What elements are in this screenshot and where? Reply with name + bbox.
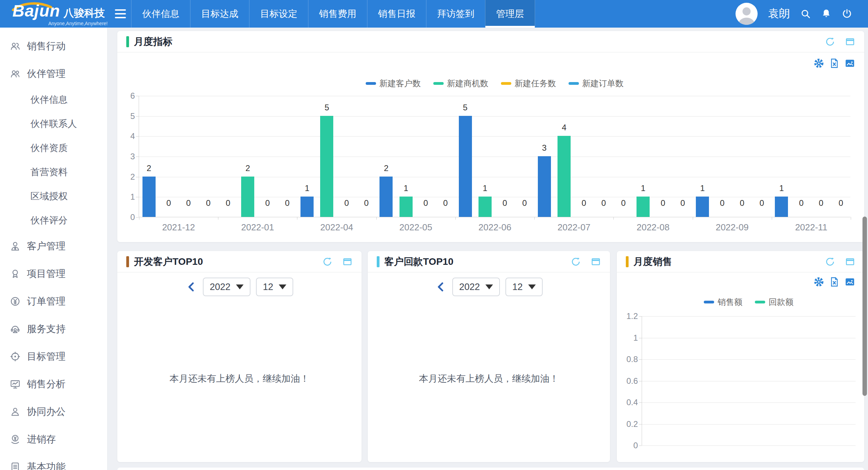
y-axis-tick (639, 338, 642, 338)
search-icon[interactable] (800, 9, 811, 19)
sidebar-item-label: 销售分析 (27, 378, 66, 391)
sidebar-item-label: 伙伴管理 (27, 67, 66, 80)
caret-down-icon (279, 284, 286, 289)
sidebar-subitem-伙伴评分[interactable]: 伙伴评分 (0, 208, 107, 232)
partner-management-icon (10, 68, 21, 79)
y-axis-label: 5 (115, 111, 135, 121)
x-axis-label: 2022-07 (558, 222, 590, 233)
nav-item-拜访签到[interactable]: 拜访签到 (426, 0, 485, 28)
refresh-icon[interactable] (825, 257, 835, 267)
refresh-icon[interactable] (322, 257, 333, 267)
nav-item-伙伴信息[interactable]: 伙伴信息 (131, 0, 190, 28)
y-axis-label: 2 (115, 172, 135, 182)
nav-item-销售日报[interactable]: 销售日报 (367, 0, 426, 28)
menu-toggle-icon[interactable] (110, 0, 131, 28)
sidebar-item-伙伴管理[interactable]: 伙伴管理 (0, 60, 107, 88)
user-avatar[interactable] (736, 3, 758, 25)
bar-value-label: 0 (435, 198, 456, 208)
page-scrollbar-thumb[interactable] (862, 217, 867, 396)
excel-export-icon[interactable] (829, 277, 840, 287)
legend-label: 新建商机数 (447, 78, 489, 89)
sidebar-subitem-伙伴资质[interactable]: 伙伴资质 (0, 136, 107, 160)
panel-icon[interactable] (342, 257, 353, 267)
sidebar-item-销售分析[interactable]: 销售分析 (0, 370, 107, 398)
sidebar-item-订单管理[interactable]: 订单管理 (0, 288, 107, 315)
nav-item-目标设定[interactable]: 目标设定 (249, 0, 308, 28)
sidebar-item-label: 协同办公 (27, 405, 66, 418)
nav-item-目标达成[interactable]: 目标达成 (190, 0, 249, 28)
sidebar-item-进销存[interactable]: 进销存 (0, 426, 107, 453)
bar-新建商机数-2022-05 (400, 197, 413, 217)
brand-tagline: Anyone,Anytime,Anywhere! (12, 21, 110, 26)
bell-icon[interactable] (821, 9, 831, 19)
bar-value-label: 0 (732, 198, 752, 208)
y-axis-tick (136, 177, 139, 177)
sidebar-item-销售行动[interactable]: 销售行动 (0, 32, 107, 60)
legend-item-新建任务数[interactable]: 新建任务数 (501, 78, 556, 89)
nav-item-管理层[interactable]: 管理层 (485, 0, 535, 28)
month-select[interactable]: 12 (256, 278, 293, 296)
y-axis-tick (639, 359, 642, 360)
month-select[interactable]: 12 (505, 278, 543, 296)
x-axis-label: 2021-12 (162, 222, 195, 233)
panel-icon[interactable] (845, 257, 855, 267)
gridline (642, 446, 856, 446)
sidebar-subitem-首营资料[interactable]: 首营资料 (0, 160, 107, 184)
sidebar-item-客户管理[interactable]: 客户管理 (0, 232, 107, 260)
bar-value-label: 0 (613, 198, 634, 208)
year-select[interactable]: 2022 (203, 278, 250, 296)
excel-export-icon[interactable] (829, 58, 840, 69)
card-header: 开发客户TOP10 (117, 251, 362, 272)
x-axis-label: 2022-05 (400, 222, 432, 233)
sidebar-item-项目管理[interactable]: 项目管理 (0, 260, 107, 288)
y-axis-label: 0.4 (618, 398, 638, 407)
bar-value-label: 0 (573, 198, 594, 208)
panel-icon[interactable] (845, 37, 855, 47)
chevron-left-icon[interactable] (435, 281, 447, 293)
image-export-icon[interactable] (845, 58, 855, 69)
sidebar-item-基本功能[interactable]: 基本功能 (0, 453, 107, 470)
sidebar-item-协同办公[interactable]: 协同办公 (0, 398, 107, 426)
legend-item-新建商机数[interactable]: 新建商机数 (433, 78, 489, 89)
y-axis-label: 4 (115, 131, 135, 141)
y-axis-tick (136, 116, 139, 117)
refresh-icon[interactable] (571, 257, 581, 267)
x-axis-tick (297, 217, 297, 220)
legend-item-新建订单数[interactable]: 新建订单数 (569, 78, 624, 89)
x-axis-tick (851, 217, 851, 220)
legend-item-新建客户数[interactable]: 新建客户数 (366, 78, 421, 89)
caret-down-icon (528, 284, 536, 289)
sidebar-subitem-伙伴联系人[interactable]: 伙伴联系人 (0, 112, 107, 136)
y-axis-tick (136, 136, 139, 137)
x-axis-tick (693, 217, 693, 220)
sidebar-subitem-伙伴信息[interactable]: 伙伴信息 (0, 88, 107, 112)
image-export-icon[interactable] (845, 277, 855, 287)
x-axis-tick (376, 217, 377, 220)
gear-icon[interactable] (813, 58, 824, 69)
panel-icon[interactable] (591, 257, 601, 267)
power-icon[interactable] (842, 9, 852, 19)
bar-新建客户数-2022-11 (775, 197, 788, 217)
sidebar-item-label: 销售行动 (27, 40, 66, 53)
refresh-icon[interactable] (825, 37, 835, 47)
legend-item-销售额[interactable]: 销售额 (704, 297, 742, 308)
sidebar-item-服务支持[interactable]: 服务支持 (0, 315, 107, 343)
card-title: 客户回款TOP10 (384, 255, 453, 268)
legend-item-回款额[interactable]: 回款额 (755, 297, 793, 308)
y-axis-tick (136, 217, 139, 218)
chevron-left-icon[interactable] (186, 281, 197, 293)
bar-value-label: 1 (297, 183, 317, 193)
legend-label: 回款额 (769, 297, 793, 308)
gear-icon[interactable] (813, 277, 824, 287)
y-axis-label: 0 (618, 441, 638, 450)
brand-logo[interactable]: Bajun 八骏科技 Anyone,Anytime,Anywhere! (0, 0, 110, 28)
year-select[interactable]: 2022 (452, 278, 500, 296)
project-management-icon (10, 268, 21, 279)
sidebar-subitem-区域授权[interactable]: 区域授权 (0, 184, 107, 208)
sidebar-item-目标管理[interactable]: 目标管理 (0, 343, 107, 370)
user-name[interactable]: 袁朗 (768, 6, 790, 21)
bar-新建客户数-2022-05 (379, 177, 393, 217)
legend-label: 新建客户数 (379, 78, 421, 89)
nav-item-销售费用[interactable]: 销售费用 (308, 0, 367, 28)
legend-swatch (569, 82, 579, 85)
